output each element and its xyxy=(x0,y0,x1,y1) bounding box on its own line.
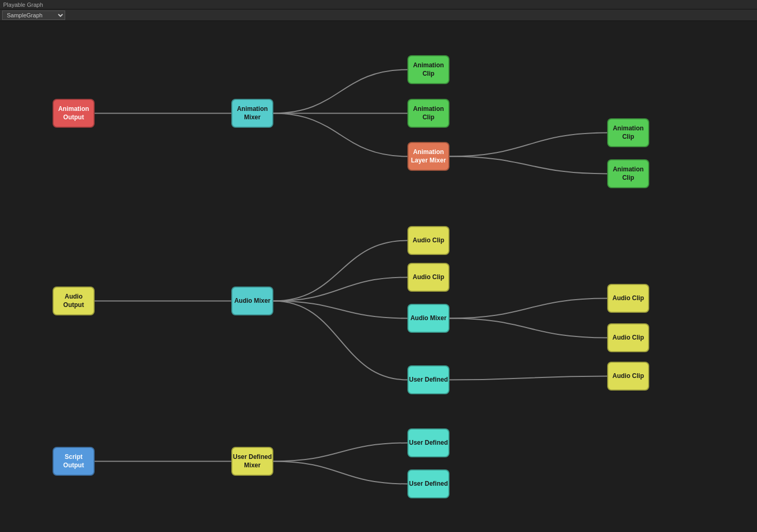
toolbar: SampleGraph xyxy=(0,9,757,21)
node-script-output[interactable]: Script Output xyxy=(53,447,95,476)
node-audio-mixer-2[interactable]: Audio Mixer xyxy=(407,304,449,333)
node-audio-mixer-1[interactable]: Audio Mixer xyxy=(231,287,273,315)
connection-user-defined-1-to-audio-clip-5 xyxy=(449,376,607,380)
connection-audio-mixer-1-to-audio-clip-2 xyxy=(273,278,407,301)
node-anim-layer-mixer[interactable]: Animation Layer Mixer xyxy=(407,142,449,171)
titlebar-title: Playable Graph xyxy=(3,2,43,8)
connection-anim-mixer-to-anim-layer-mixer xyxy=(273,114,407,157)
connection-user-def-mixer-to-user-defined-2 xyxy=(273,443,407,462)
connection-audio-mixer-1-to-audio-mixer-2 xyxy=(273,301,407,319)
graph-canvas: Animation OutputAnimation MixerAnimation… xyxy=(0,21,757,532)
connection-audio-mixer-2-to-audio-clip-4 xyxy=(449,319,607,338)
connection-user-def-mixer-to-user-defined-3 xyxy=(273,462,407,484)
connection-audio-mixer-1-to-audio-clip-1 xyxy=(273,241,407,301)
connection-audio-mixer-1-to-user-defined-1 xyxy=(273,301,407,380)
node-anim-clip-3[interactable]: Animation Clip xyxy=(607,118,649,147)
node-audio-clip-4[interactable]: Audio Clip xyxy=(607,323,649,352)
node-anim-output[interactable]: Animation Output xyxy=(53,99,95,128)
node-audio-clip-2[interactable]: Audio Clip xyxy=(407,263,449,292)
node-audio-clip-1[interactable]: Audio Clip xyxy=(407,226,449,255)
node-anim-clip-4[interactable]: Animation Clip xyxy=(607,159,649,188)
node-audio-clip-3[interactable]: Audio Clip xyxy=(607,284,649,313)
node-audio-output[interactable]: Audio Output xyxy=(53,287,95,315)
connection-anim-mixer-to-anim-clip-1 xyxy=(273,70,407,114)
connection-anim-layer-mixer-to-anim-clip-3 xyxy=(449,133,607,157)
graph-selector[interactable]: SampleGraph xyxy=(2,11,65,20)
connection-anim-layer-mixer-to-anim-clip-4 xyxy=(449,157,607,174)
node-anim-clip-2[interactable]: Animation Clip xyxy=(407,99,449,128)
node-audio-clip-5[interactable]: Audio Clip xyxy=(607,362,649,391)
node-user-defined-1[interactable]: User Defined xyxy=(407,365,449,394)
connections-layer xyxy=(0,21,757,532)
node-anim-clip-1[interactable]: Animation Clip xyxy=(407,55,449,84)
node-anim-mixer[interactable]: Animation Mixer xyxy=(231,99,273,128)
node-user-def-mixer[interactable]: User Defined Mixer xyxy=(231,447,273,476)
connection-audio-mixer-2-to-audio-clip-3 xyxy=(449,299,607,319)
titlebar: Playable Graph xyxy=(0,0,757,9)
node-user-defined-2[interactable]: User Defined xyxy=(407,428,449,457)
node-user-defined-3[interactable]: User Defined xyxy=(407,469,449,498)
